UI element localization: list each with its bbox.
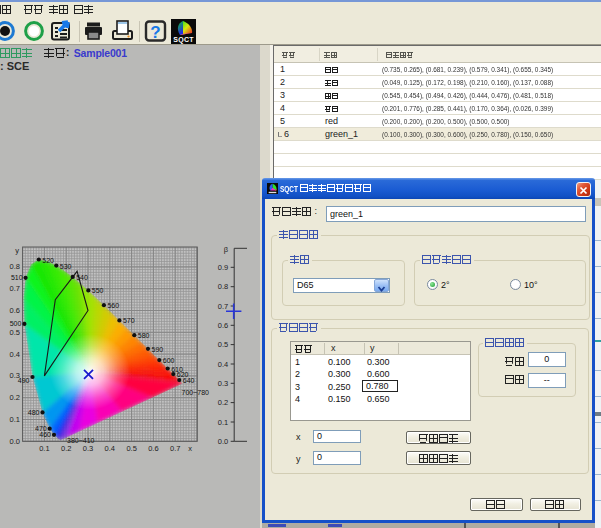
svg-text:0.4: 0.4 — [10, 350, 20, 359]
svg-text:0.0: 0.0 — [10, 437, 20, 446]
svg-text:y: y — [15, 246, 19, 255]
svg-text:520: 520 — [42, 257, 54, 264]
svg-text:0.1: 0.1 — [10, 415, 20, 424]
svg-text:480: 480 — [28, 409, 40, 416]
svg-text:540: 540 — [76, 274, 88, 281]
svg-text:0.4: 0.4 — [218, 360, 228, 369]
svg-text:550: 550 — [92, 287, 104, 294]
svg-text:0.5: 0.5 — [10, 328, 20, 337]
svg-text:0.8: 0.8 — [218, 282, 228, 291]
svg-text:580: 580 — [138, 332, 150, 339]
svg-text:0.2: 0.2 — [61, 444, 71, 453]
svg-text:590: 590 — [152, 346, 164, 353]
svg-text:0.8: 0.8 — [10, 262, 20, 271]
svg-text:510: 510 — [11, 274, 23, 281]
svg-text:0.2: 0.2 — [10, 393, 20, 402]
svg-text:700~780: 700~780 — [182, 389, 210, 396]
svg-text:0.1: 0.1 — [39, 444, 49, 453]
svg-text:0.3: 0.3 — [218, 379, 228, 388]
svg-text:560: 560 — [107, 302, 119, 309]
svg-text:460: 460 — [39, 431, 51, 438]
svg-text:0.3: 0.3 — [83, 444, 93, 453]
svg-text:0.7: 0.7 — [170, 444, 180, 453]
svg-text:0.5: 0.5 — [218, 340, 228, 349]
svg-text:β: β — [224, 245, 229, 254]
svg-text:0.1: 0.1 — [218, 418, 228, 427]
svg-text:640: 640 — [183, 377, 195, 384]
svg-text:0.7: 0.7 — [10, 284, 20, 293]
svg-text:0.6: 0.6 — [10, 306, 20, 315]
svg-text:0.4: 0.4 — [105, 444, 115, 453]
svg-text:530: 530 — [60, 263, 72, 270]
svg-text:0.3: 0.3 — [10, 371, 20, 380]
svg-text:0.7: 0.7 — [218, 302, 228, 311]
svg-text:0.6: 0.6 — [218, 321, 228, 330]
svg-text:x: x — [188, 444, 192, 453]
svg-text:0.2: 0.2 — [218, 398, 228, 407]
svg-text:0.6: 0.6 — [148, 444, 158, 453]
svg-text:0.5: 0.5 — [126, 444, 136, 453]
svg-text:570: 570 — [123, 317, 135, 324]
svg-text:600: 600 — [163, 357, 175, 364]
svg-text:500: 500 — [10, 320, 22, 327]
svg-text:0.9: 0.9 — [218, 263, 228, 272]
svg-text:0.0: 0.0 — [218, 437, 228, 446]
svg-text:470: 470 — [35, 425, 47, 432]
